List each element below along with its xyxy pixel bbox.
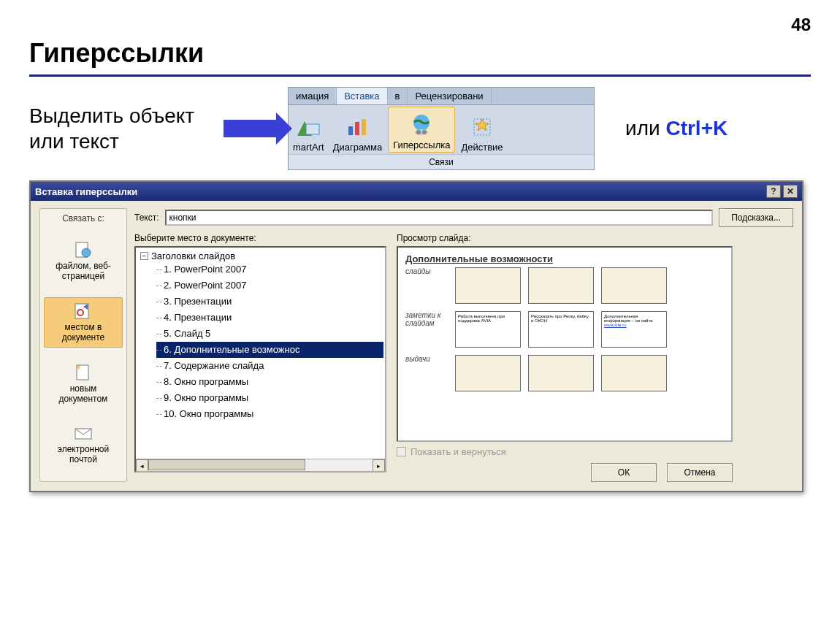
svg-rect-3 — [355, 122, 359, 135]
help-icon[interactable]: ? — [766, 185, 781, 198]
tree-label: Выберите место в документе: — [134, 233, 386, 243]
preview-thumb — [455, 355, 521, 391]
dialog-main-pane: Текст: Подсказка... Выберите место в док… — [134, 208, 793, 482]
scroll-right-icon[interactable]: ▸ — [373, 459, 385, 472]
document-tree[interactable]: −Заголовки слайдов 1. PowerPoint 2007 2.… — [134, 246, 386, 473]
tree-children: 1. PowerPoint 2007 2. PowerPoint 2007 3.… — [140, 261, 383, 422]
link-item-place-in-doc[interactable]: местом в документе — [44, 297, 123, 348]
link-to-column: Связать с: файлом, веб-страницей местом … — [39, 208, 127, 482]
tree-node[interactable]: 10. Окно программы — [156, 406, 383, 422]
ribbon-tab-animation[interactable]: имация — [289, 88, 337, 104]
dialog-titlebar: Вставка гиперссылки ? ✕ — [31, 182, 802, 201]
preview-column: Просмотр слайда: Дополнительные возможно… — [397, 233, 733, 482]
arrow-icon — [224, 120, 276, 137]
chart-icon — [344, 114, 370, 140]
titlebar-buttons: ? ✕ — [766, 185, 798, 198]
dialog-body: Связать с: файлом, веб-страницей местом … — [31, 201, 802, 491]
ribbon-tab-insert[interactable]: Вставка — [337, 88, 387, 104]
cancel-button[interactable]: Отмена — [667, 463, 733, 482]
show-return-checkbox — [397, 447, 406, 456]
tree-node[interactable]: 3. Презентации — [156, 294, 383, 310]
link-with-label: Связать с: — [62, 213, 104, 223]
tree-collapse-icon[interactable]: − — [140, 252, 148, 260]
file-web-icon — [73, 241, 93, 259]
preview-thumb: Дополнительная информация – на сайте www… — [601, 311, 667, 348]
preview-label: Просмотр слайда: — [397, 233, 733, 243]
horizontal-scrollbar[interactable]: ◂ ▸ — [136, 459, 385, 471]
content-columns: Выберите место в документе: −Заголовки с… — [134, 233, 793, 482]
ribbon-tab-review[interactable]: Рецензировани — [408, 88, 491, 104]
link-item-label: файлом, веб-страницей — [45, 261, 121, 281]
svg-rect-2 — [348, 126, 353, 135]
show-return-label: Показать и вернуться — [411, 446, 506, 457]
tree-column: Выберите место в документе: −Заголовки с… — [134, 233, 386, 482]
ribbon-btn-label: Диаграмма — [333, 142, 383, 153]
title-rule — [29, 74, 811, 77]
ok-button[interactable]: ОК — [591, 463, 657, 482]
ribbon-btn-chart[interactable]: Диаграмма — [329, 110, 387, 154]
smartart-icon — [295, 114, 321, 140]
scroll-thumb[interactable] — [148, 459, 305, 470]
dialog-title: Вставка гиперссылки — [35, 186, 137, 197]
page-title: Гиперссылки — [29, 38, 811, 69]
text-row: Текст: Подсказка... — [134, 208, 793, 227]
insert-hyperlink-dialog: Вставка гиперссылки ? ✕ Связать с: файло… — [29, 180, 803, 492]
text-label: Текст: — [134, 213, 159, 223]
svg-marker-10 — [476, 119, 489, 131]
svg-point-8 — [422, 130, 427, 134]
link-item-email[interactable]: электронной почтой — [44, 420, 123, 469]
link-item-label: электронной почтой — [45, 444, 121, 464]
tree-node[interactable]: 7. Содержание слайда — [156, 358, 383, 374]
ribbon-tabs: имация Вставка в Рецензировани — [289, 88, 594, 105]
instruction-text: Выделить объект или текст — [29, 103, 212, 154]
email-icon — [73, 424, 93, 442]
ribbon-btn-action[interactable]: Действие — [457, 110, 507, 154]
preview-row-handouts-label: выдачи — [405, 355, 448, 363]
ribbon-btn-label: martArt — [293, 142, 324, 153]
svg-rect-4 — [362, 119, 366, 135]
shortcut-key: Ctrl+K — [665, 117, 728, 139]
preview-row-notes-label: заметки к слайдам — [405, 311, 448, 327]
place-in-doc-icon — [73, 302, 93, 320]
instruction-row: Выделить объект или текст имация Вставка… — [29, 87, 811, 170]
text-input[interactable] — [165, 210, 714, 226]
close-icon[interactable]: ✕ — [783, 185, 798, 198]
tree-node[interactable]: 1. PowerPoint 2007 — [156, 261, 383, 278]
link-item-new-doc[interactable]: новым документом — [44, 359, 123, 408]
ribbon-tab-view[interactable]: в — [388, 88, 408, 104]
hint-button[interactable]: Подсказка... — [719, 208, 793, 227]
tree-node[interactable]: 2. PowerPoint 2007 — [156, 278, 383, 294]
tree-node[interactable]: 4. Презентации — [156, 310, 383, 326]
tree-node[interactable]: 5. Слайд 5 — [156, 326, 383, 342]
link-item-file-web[interactable]: файлом, веб-страницей — [44, 237, 123, 286]
svg-rect-1 — [306, 124, 319, 134]
tree-root-label[interactable]: Заголовки слайдов — [151, 251, 235, 261]
preview-thumb — [455, 267, 521, 304]
ribbon-group-label: Связи — [289, 154, 594, 169]
preview-thumb — [601, 355, 667, 391]
ribbon-btn-hyperlink[interactable]: Гиперссылка — [388, 107, 455, 153]
tree-node-selected[interactable]: 6. Дополнительные возможнос — [156, 342, 383, 358]
shortcut-text: или Ctrl+K — [625, 117, 728, 140]
preview-slide-title: Дополнительные возможности — [405, 253, 724, 264]
link-item-label: новым документом — [45, 383, 121, 404]
slide-preview: Дополнительные возможности слайды заметк… — [397, 246, 733, 442]
link-item-label: местом в документе — [46, 322, 121, 343]
preview-thumb — [528, 267, 594, 304]
ribbon-btn-smartart[interactable]: martArt — [289, 110, 329, 154]
preview-thumb — [601, 267, 667, 304]
scroll-track[interactable] — [148, 459, 373, 471]
dialog-footer: ОК Отмена — [397, 463, 733, 482]
preview-thumb: Работа выполнена при поддержке AVIA — [455, 311, 521, 348]
ribbon-btn-label: Гиперссылка — [393, 139, 450, 150]
page-number: 48 — [29, 15, 811, 35]
preview-thumb — [528, 355, 594, 391]
preview-thumb: Рассказать про Репку, бабку и ОКОН — [528, 311, 594, 348]
scroll-left-icon[interactable]: ◂ — [136, 459, 148, 472]
show-return-row: Показать и вернуться — [397, 446, 733, 457]
svg-point-12 — [82, 248, 91, 257]
tree-node[interactable]: 9. Окно программы — [156, 390, 383, 406]
action-icon — [469, 114, 495, 140]
shortcut-prefix: или — [625, 117, 665, 139]
tree-node[interactable]: 8. Окно программы — [156, 374, 383, 390]
